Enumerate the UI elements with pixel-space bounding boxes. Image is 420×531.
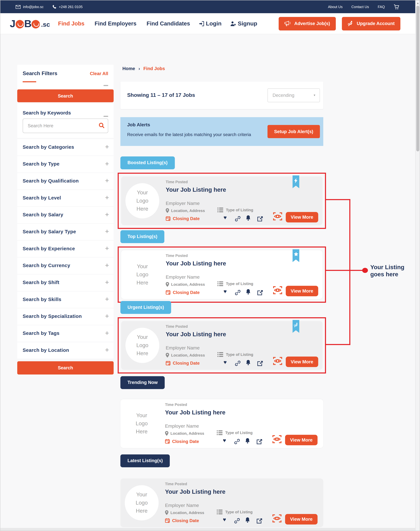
preview-eye-icon[interactable] <box>273 286 282 296</box>
sidebar-filter-section[interactable]: Search by Skills <box>17 291 114 308</box>
login-label: Login <box>206 20 222 27</box>
copy-link-icon[interactable] <box>234 439 240 446</box>
topbar-phone[interactable]: +248 261 0105 <box>52 5 83 9</box>
favorite-heart-icon[interactable]: ♥ <box>223 517 226 523</box>
share-icon[interactable] <box>257 439 262 446</box>
sidebar-filter-section[interactable]: Search by Qualification <box>17 173 114 189</box>
view-more-button[interactable]: View More <box>286 286 318 296</box>
sidebar-search-button-bottom[interactable]: Search <box>17 361 114 374</box>
favorite-heart-icon[interactable]: ♥ <box>223 438 226 443</box>
notification-bell-icon[interactable] <box>246 289 251 296</box>
plus-icon[interactable] <box>105 177 109 185</box>
sidebar-filter-section[interactable]: Search by Type <box>17 156 114 172</box>
chevron-down-icon: ▼ <box>313 94 316 97</box>
copy-link-icon[interactable] <box>235 361 240 367</box>
runner-icon <box>348 21 353 26</box>
plus-icon[interactable] <box>105 143 109 151</box>
phone-icon <box>52 5 56 9</box>
horizontal-scrollbar[interactable] <box>0 528 416 531</box>
logo-line: Logo <box>136 341 148 349</box>
job-title[interactable]: Your Job Listing here <box>166 260 226 267</box>
vertical-scrollbar[interactable]: ▲ <box>415 0 420 531</box>
job-title[interactable]: Your Job Listing here <box>165 409 225 416</box>
sidebar-filter-section[interactable]: Search by Salary Type <box>17 224 114 240</box>
scrollbar-thumb[interactable] <box>416 6 419 151</box>
signup-link[interactable]: Signup <box>230 20 257 27</box>
notification-bell-icon[interactable] <box>245 438 250 445</box>
logo[interactable]: JB.sc <box>10 18 50 29</box>
preview-eye-icon[interactable] <box>272 434 282 445</box>
favorite-heart-icon[interactable]: ♥ <box>224 360 227 365</box>
view-more-button[interactable]: View More <box>285 514 318 524</box>
nav-find-jobs[interactable]: Find Jobs <box>58 20 85 27</box>
plus-icon[interactable] <box>105 346 109 354</box>
preview-eye-icon[interactable] <box>272 514 282 524</box>
share-icon[interactable] <box>257 290 263 297</box>
employer-name: Employer Name <box>165 502 199 508</box>
sidebar-filter-section[interactable]: Search by Experience <box>17 241 114 257</box>
topbar: info@jobo.sc +248 261 0105 About Us Cont… <box>0 0 420 13</box>
results-header: Showing 11 – 17 of 17 Jobs Decending ▼ <box>120 82 323 109</box>
sidebar-filter-section[interactable]: Search by Tags <box>17 325 114 342</box>
collapse-minus-icon[interactable] <box>104 112 108 118</box>
favorite-heart-icon[interactable]: ♥ <box>224 289 227 294</box>
preview-eye-icon[interactable] <box>273 212 282 223</box>
plus-icon[interactable] <box>105 211 109 218</box>
plus-icon[interactable] <box>105 228 109 235</box>
sidebar-filter-section[interactable]: Search by Level <box>17 190 114 206</box>
job-title[interactable]: Your Job Listing here <box>165 488 225 495</box>
plus-icon[interactable] <box>105 329 109 337</box>
cart-icon[interactable] <box>394 4 399 9</box>
view-more-button[interactable]: View More <box>286 212 318 223</box>
clear-all-link[interactable]: Clear All <box>90 71 108 76</box>
breadcrumb-home[interactable]: Home <box>122 66 135 71</box>
job-title[interactable]: Your Job Listing here <box>166 186 226 193</box>
keywords-search-input[interactable] <box>23 118 108 133</box>
sidebar-filter-section[interactable]: Search by Shift <box>17 275 114 291</box>
sort-select[interactable]: Decending ▼ <box>268 88 320 102</box>
view-more-button[interactable]: View More <box>286 356 318 367</box>
share-icon[interactable] <box>257 518 262 525</box>
notification-bell-icon[interactable] <box>245 517 250 524</box>
nav-find-candidates[interactable]: Find Candidates <box>147 20 190 27</box>
closing-date-text: Closing Date <box>173 216 200 221</box>
sidebar-search-button-top[interactable]: Search <box>17 89 114 102</box>
notification-bell-icon[interactable] <box>246 360 251 367</box>
share-icon[interactable] <box>257 361 263 367</box>
plus-icon[interactable] <box>105 313 109 320</box>
copy-link-icon[interactable] <box>235 216 240 223</box>
sidebar-filter-section[interactable]: Search by Location <box>17 342 114 359</box>
topbar-link-about[interactable]: About Us <box>328 5 343 9</box>
sidebar-filter-section[interactable]: Search by Categories <box>17 139 114 155</box>
scroll-up-arrow-icon[interactable]: ▲ <box>416 1 420 5</box>
plus-icon[interactable] <box>105 296 109 303</box>
collapse-minus-icon[interactable] <box>104 81 108 87</box>
sidebar-filter-section[interactable]: Search by Specialization <box>17 308 114 325</box>
topbar-link-contact[interactable]: Contact Us <box>351 5 369 9</box>
upgrade-account-button[interactable]: Upgrade Account <box>342 17 400 30</box>
notification-bell-icon[interactable] <box>246 215 251 222</box>
topbar-link-faq[interactable]: FAQ <box>378 5 385 9</box>
calendar-icon <box>166 290 171 295</box>
view-more-button[interactable]: View More <box>285 435 318 445</box>
copy-link-icon[interactable] <box>234 518 240 525</box>
plus-icon[interactable] <box>105 160 109 168</box>
logo-line: Here <box>136 205 148 213</box>
plus-icon[interactable] <box>105 262 109 269</box>
plus-icon[interactable] <box>105 279 109 286</box>
advertise-jobs-button[interactable]: Advertise Job(s) <box>279 17 336 30</box>
favorite-heart-icon[interactable]: ♥ <box>224 215 227 221</box>
nav-find-employers[interactable]: Find Employers <box>95 20 136 27</box>
preview-eye-icon[interactable] <box>273 356 282 367</box>
share-icon[interactable] <box>257 216 263 223</box>
search-icon[interactable] <box>99 123 105 130</box>
plus-icon[interactable] <box>105 194 109 202</box>
sidebar-filter-section[interactable]: Search by Salary <box>17 207 114 223</box>
sidebar-filter-section[interactable]: Search by Currency <box>17 258 114 274</box>
topbar-email[interactable]: info@jobo.sc <box>15 5 44 9</box>
job-title[interactable]: Your Job Listing here <box>166 331 226 338</box>
login-link[interactable]: Login <box>199 20 222 27</box>
plus-icon[interactable] <box>105 245 109 252</box>
copy-link-icon[interactable] <box>235 290 240 297</box>
setup-job-alert-button[interactable]: Setup Job Alert(s) <box>268 125 320 138</box>
